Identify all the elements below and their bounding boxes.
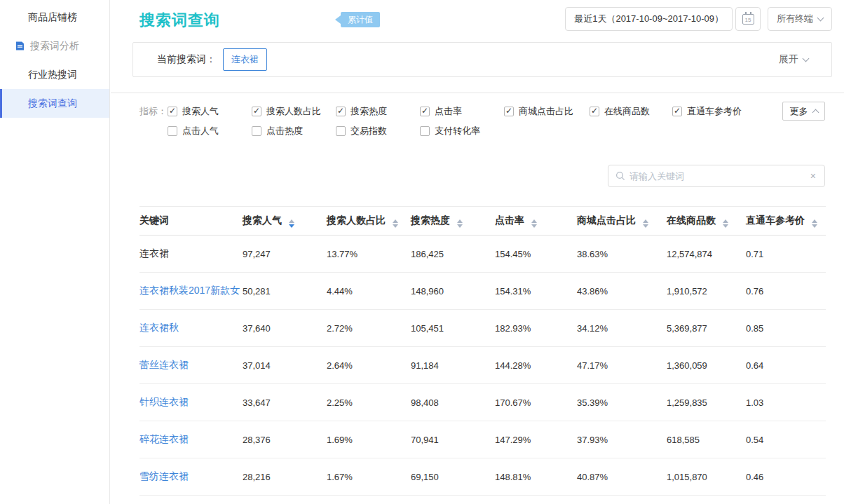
- sort-icon[interactable]: [393, 219, 398, 228]
- metrics-row-2: 点击人气 点击热度 交易指数 支付转化率: [168, 121, 844, 141]
- sort-icon[interactable]: [643, 219, 648, 228]
- metrics-row-1: 指标： 搜索人气 搜索人数占比 搜索热度 点击率 商城点击占比: [139, 102, 844, 121]
- keyword-search-input[interactable]: [629, 171, 809, 182]
- metrics-label: 指标：: [139, 105, 168, 118]
- keyword-link[interactable]: 连衣裙秋装2017新款女: [139, 285, 240, 296]
- keyword-link[interactable]: 蕾丝连衣裙: [139, 359, 189, 370]
- checkbox-unchecked-icon: [336, 126, 346, 136]
- keyword-cell: 雪纺连衣裙: [139, 458, 243, 496]
- calendar-button[interactable]: 15: [735, 7, 761, 31]
- table-cell: 13.77%: [327, 236, 411, 273]
- checkbox-unchecked-icon: [252, 126, 261, 136]
- table-cell: 0.54: [746, 421, 826, 458]
- table-row: 雪纺连衣裙 28,216 1.67% 69,150 148.81% 40.87%…: [139, 458, 826, 496]
- column-header-keyword: 关键词: [139, 207, 243, 236]
- keyword-link[interactable]: 针织连衣裙: [139, 396, 189, 407]
- column-header-searcher-ratio[interactable]: 搜索人数占比: [327, 207, 411, 236]
- terminal-dropdown-label: 所有终端: [777, 13, 813, 25]
- table-cell: 4.44%: [327, 273, 411, 310]
- table-cell: 37,640: [243, 310, 327, 347]
- more-button[interactable]: 更多: [782, 102, 825, 121]
- sidebar-item-label: 搜索词查询: [28, 97, 77, 110]
- keyword-cell: 针织连衣裙: [139, 384, 243, 421]
- metric-checkbox-searcher-ratio[interactable]: 搜索人数占比: [252, 105, 336, 118]
- metric-checkbox-click-rate[interactable]: 点击率: [420, 105, 504, 118]
- metric-checkbox-click-heat[interactable]: 点击热度: [252, 125, 336, 137]
- sidebar-section-search-term-analysis[interactable]: 搜索词分析: [0, 32, 109, 60]
- table-header-row: 关键词 搜索人气 搜索人数占比 搜索热度 点击率: [139, 207, 826, 236]
- keyword-cell: 碎花连衣裙: [139, 421, 243, 458]
- column-header-mall-click-ratio[interactable]: 商城点击占比: [577, 207, 667, 236]
- header-controls: 最近1天（2017-10-09~2017-10-09） 15 所有终端: [565, 7, 832, 31]
- table-cell: 35.39%: [577, 384, 667, 421]
- terminal-dropdown[interactable]: 所有终端: [768, 7, 832, 31]
- keyword-chip[interactable]: 连衣裙: [223, 48, 267, 71]
- keyword-search-box: ×: [608, 165, 825, 187]
- table-cell: 1.03: [746, 384, 826, 421]
- metric-checkbox-payment-conversion[interactable]: 支付转化率: [420, 125, 504, 137]
- checkbox-checked-icon: [336, 107, 346, 116]
- table-cell: 47.17%: [577, 347, 667, 384]
- table-cell: 91,184: [411, 347, 495, 384]
- page-header: 搜索词查询 累计值 最近1天（2017-10-09~2017-10-09） 15…: [111, 0, 844, 39]
- column-header-search-popularity[interactable]: 搜索人气: [243, 207, 327, 236]
- table-cell: 34.12%: [577, 310, 667, 347]
- checkbox-checked-icon: [504, 107, 514, 116]
- table-cell: 618,585: [667, 421, 746, 458]
- table-cell: 0.46: [746, 458, 826, 496]
- table-cell: 182.93%: [495, 310, 577, 347]
- checkbox-checked-icon: [252, 107, 261, 116]
- clear-icon[interactable]: ×: [809, 170, 817, 182]
- sort-icon[interactable]: [723, 219, 728, 228]
- column-header-ztc-reference-price[interactable]: 直通车参考价: [746, 207, 826, 236]
- table-cell: 1.67%: [327, 458, 411, 496]
- metric-checkbox-ztc-reference-price[interactable]: 直通车参考价: [672, 105, 756, 118]
- metric-checkbox-transaction-index[interactable]: 交易指数: [336, 125, 420, 137]
- sort-icon[interactable]: [289, 219, 294, 228]
- sidebar-item-search-term-query[interactable]: 搜索词查询: [0, 89, 109, 118]
- column-header-online-products[interactable]: 在线商品数: [667, 207, 746, 236]
- table-row: 蕾丝连衣裙 37,014 2.64% 91,184 144.28% 47.17%…: [139, 347, 826, 384]
- keyword-cell: 连衣裙秋: [139, 310, 243, 347]
- table-cell: 0.85: [746, 310, 826, 347]
- checkbox-unchecked-icon: [168, 126, 177, 136]
- chevron-down-icon: [817, 15, 824, 22]
- column-header-click-rate[interactable]: 点击率: [495, 207, 577, 236]
- table-row: 连衣裙 97,247 13.77% 186,425 154.45% 38.63%…: [139, 236, 826, 273]
- sort-icon[interactable]: [457, 219, 463, 228]
- table-row: 连衣裙秋 37,640 2.72% 105,451 182.93% 34.12%…: [139, 310, 826, 347]
- table-cell: 0.76: [746, 273, 826, 310]
- sidebar-item-label: 商品店铺榜: [28, 11, 77, 24]
- date-range-label: 最近1天（2017-10-09~2017-10-09）: [574, 13, 723, 25]
- metric-checkbox-online-products[interactable]: 在线商品数: [590, 105, 672, 118]
- sort-icon[interactable]: [812, 219, 817, 228]
- table-cell: 148,960: [411, 273, 495, 310]
- table-cell: 148.81%: [495, 458, 577, 496]
- current-keyword-label: 当前搜索词：: [157, 53, 216, 66]
- search-icon: [615, 171, 625, 181]
- sidebar: 商品店铺榜 搜索词分析 行业热搜词 搜索词查询: [0, 0, 110, 504]
- table-cell: 12,574,874: [667, 236, 746, 273]
- sidebar-item-product-shop-ranking[interactable]: 商品店铺榜: [0, 3, 109, 32]
- sort-icon[interactable]: [531, 219, 537, 228]
- expand-label: 展开: [779, 53, 798, 66]
- table-cell: 147.29%: [495, 421, 577, 458]
- metric-checkbox-click-popularity[interactable]: 点击人气: [168, 125, 252, 137]
- main-content: 搜索词查询 累计值 最近1天（2017-10-09~2017-10-09） 15…: [111, 0, 844, 504]
- keyword-link[interactable]: 碎花连衣裙: [139, 433, 189, 444]
- keyword-link[interactable]: 连衣裙秋: [139, 322, 179, 333]
- sidebar-item-industry-hot-search[interactable]: 行业热搜词: [0, 60, 109, 89]
- column-header-search-heat[interactable]: 搜索热度: [411, 207, 495, 236]
- keyword-link[interactable]: 雪纺连衣裙: [139, 470, 189, 482]
- metric-checkbox-search-popularity[interactable]: 搜索人气: [168, 105, 252, 118]
- checkbox-checked-icon: [590, 107, 599, 116]
- table-cell: 70,941: [411, 421, 495, 458]
- expand-button[interactable]: 展开: [779, 53, 808, 66]
- table-cell: 33,647: [243, 384, 327, 421]
- metric-checkbox-mall-click-ratio[interactable]: 商城点击占比: [504, 105, 590, 118]
- chevron-up-icon: [812, 109, 819, 116]
- date-range-button[interactable]: 最近1天（2017-10-09~2017-10-09）: [565, 7, 733, 31]
- metrics-panel: 指标： 搜索人气 搜索人数占比 搜索热度 点击率 商城点击占比: [111, 93, 844, 141]
- table-cell: 97,247: [243, 236, 327, 273]
- metric-checkbox-search-heat[interactable]: 搜索热度: [336, 105, 420, 118]
